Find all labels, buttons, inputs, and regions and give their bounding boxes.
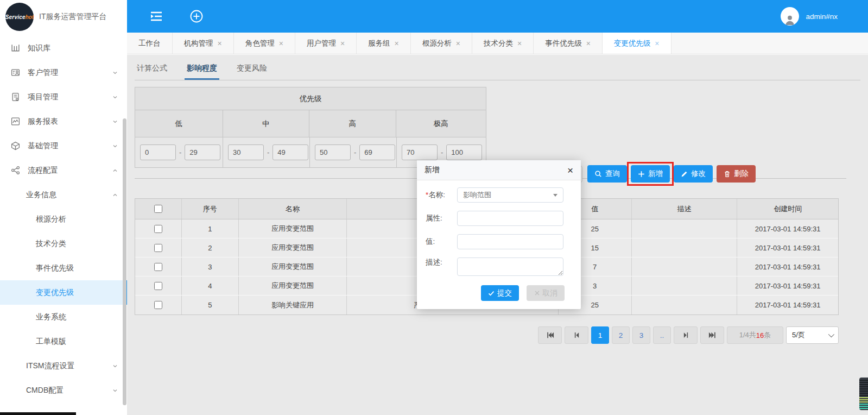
close-icon[interactable]: × xyxy=(517,39,522,48)
cell-desc xyxy=(632,257,738,276)
dialog-footer: 提交 取消 xyxy=(417,284,581,309)
top-header: admin#nx xyxy=(127,0,868,33)
sidebar-item-root-cause[interactable]: 根源分析 xyxy=(0,207,127,231)
col-seq: 序号 xyxy=(182,199,239,219)
close-icon[interactable]: × xyxy=(456,39,460,48)
high-max-input[interactable] xyxy=(359,144,395,160)
high-min-input[interactable] xyxy=(315,144,351,160)
sidebar-item-process-config[interactable]: 流程配置 xyxy=(0,158,127,183)
subtab-change-risk[interactable]: 变更风险 xyxy=(235,60,269,80)
sidebar-item-business-info[interactable]: 业务信息 xyxy=(0,183,127,207)
customer-icon xyxy=(11,68,21,78)
page-button-3[interactable]: 3 xyxy=(632,326,650,344)
cell-name: 影响关键应用 xyxy=(239,295,347,315)
row-checkbox[interactable] xyxy=(154,282,162,290)
name-select[interactable]: 影响范围 xyxy=(457,187,563,203)
row-checkbox[interactable] xyxy=(154,263,162,271)
tab-tech-category[interactable]: 技术分类 × xyxy=(472,33,534,54)
sidebar-item-ticket-template[interactable]: 工单模版 xyxy=(0,329,127,354)
cube-icon xyxy=(11,141,21,151)
tab-label: 工作台 xyxy=(138,39,161,48)
add-dialog: 新增 × *名称: 影响范围 属性: 值: xyxy=(417,160,581,309)
tab-change-priority[interactable]: 变更优先级 × xyxy=(603,33,671,54)
select-all-checkbox[interactable] xyxy=(154,205,162,213)
close-icon[interactable]: × xyxy=(586,39,591,48)
sidebar-item-business-system[interactable]: 业务系统 xyxy=(0,305,127,329)
level-medium: 中 xyxy=(223,110,310,137)
add-tab-icon[interactable] xyxy=(189,9,204,23)
close-icon[interactable]: × xyxy=(218,39,222,48)
sidebar-item-change-priority[interactable]: 变更优先级 xyxy=(0,280,127,305)
medium-max-input[interactable] xyxy=(273,144,308,160)
attr-input[interactable] xyxy=(457,211,563,226)
tab-workbench[interactable]: 工作台 xyxy=(127,33,173,54)
value-input[interactable] xyxy=(457,234,563,249)
sidebar: Servicehot IT服务运营管理平台 知识库 客户管理 xyxy=(0,0,127,415)
tab-service-group[interactable]: 服务组 × xyxy=(357,33,411,54)
sidebar-item-knowledge-base[interactable]: 知识库 xyxy=(0,36,127,60)
next-page-button[interactable] xyxy=(674,326,698,344)
subtab-calc-formula[interactable]: 计算公式 xyxy=(135,60,169,80)
desc-textarea[interactable] xyxy=(457,257,563,276)
chart-icon xyxy=(11,117,21,127)
tab-org-mgmt[interactable]: 机构管理 × xyxy=(173,33,234,54)
page-button-2[interactable]: 2 xyxy=(612,326,630,344)
close-icon[interactable]: × xyxy=(655,39,659,48)
range-cell-high: - xyxy=(310,137,397,167)
close-icon[interactable]: × xyxy=(395,39,399,48)
sidebar-item-label: 基础管理 xyxy=(28,141,58,151)
sidebar-item-label: 技术分类 xyxy=(36,239,66,249)
medium-min-input[interactable] xyxy=(228,144,264,160)
row-checkbox[interactable] xyxy=(154,301,162,309)
page-ellipsis[interactable]: .. xyxy=(653,326,671,344)
priority-level-header: 低 中 高 极高 xyxy=(135,110,486,137)
prev-page-button[interactable] xyxy=(565,326,588,344)
tab-label: 根源分析 xyxy=(422,39,452,48)
sidebar-item-project-mgmt[interactable]: 项目管理 xyxy=(0,85,127,109)
cancel-button[interactable]: 取消 xyxy=(527,285,565,301)
delete-button[interactable]: 删除 xyxy=(717,165,756,183)
low-max-input[interactable] xyxy=(185,144,220,160)
tab-incident-priority[interactable]: 事件优先级 × xyxy=(534,33,603,54)
edit-button[interactable]: 修改 xyxy=(674,165,713,183)
close-icon[interactable]: × xyxy=(279,39,283,48)
select-all-cell xyxy=(135,199,182,219)
subtab-impact-degree[interactable]: 影响程度 xyxy=(185,60,219,80)
row-select-cell xyxy=(135,219,182,238)
sidebar-item-base-mgmt[interactable]: 基础管理 xyxy=(0,134,127,158)
chevron-down-icon xyxy=(828,331,834,337)
sidebar-item-customer-mgmt[interactable]: 客户管理 xyxy=(0,60,127,85)
priority-range-table: 优先级 低 中 高 极高 - - xyxy=(135,87,486,168)
tab-user-mgmt[interactable]: 用户管理 × xyxy=(295,33,357,54)
field-row-desc: 描述: xyxy=(426,257,572,276)
sidebar-scrollbar[interactable] xyxy=(123,118,126,405)
user-menu[interactable]: admin#nx xyxy=(781,7,838,26)
tab-root-cause[interactable]: 根源分析 × xyxy=(411,33,472,54)
add-button[interactable]: 新增 xyxy=(631,165,670,183)
critical-min-input[interactable] xyxy=(402,144,438,160)
sidebar-item-cmdb-config[interactable]: CMDB配置 xyxy=(0,378,127,403)
query-button-label: 查询 xyxy=(605,169,620,179)
page-size-select[interactable]: 5/页 xyxy=(786,326,839,344)
close-icon[interactable]: × xyxy=(340,39,345,48)
chevron-down-icon xyxy=(112,70,118,76)
last-page-button[interactable] xyxy=(700,326,724,344)
low-min-input[interactable] xyxy=(140,144,176,160)
sidebar-item-incident-priority[interactable]: 事件优先级 xyxy=(0,256,127,280)
collapse-menu-icon[interactable] xyxy=(149,10,163,22)
row-select-cell xyxy=(135,276,182,295)
submit-button[interactable]: 提交 xyxy=(481,285,519,301)
sidebar-item-itsm-flow-settings[interactable]: ITSM流程设置 xyxy=(0,354,127,378)
page-button-1[interactable]: 1 xyxy=(591,326,609,344)
critical-max-input[interactable] xyxy=(446,144,482,160)
query-button[interactable]: 查询 xyxy=(587,165,627,183)
row-checkbox[interactable] xyxy=(154,244,162,252)
sidebar-item-service-report[interactable]: 服务报表 xyxy=(0,109,127,134)
tab-role-mgmt[interactable]: 角色管理 × xyxy=(234,33,295,54)
tab-bar: 工作台 机构管理 × 角色管理 × 用户管理 × 服务组 × 根源分析 × xyxy=(127,33,868,54)
sidebar-item-tech-category[interactable]: 技术分类 xyxy=(0,231,127,256)
row-checkbox[interactable] xyxy=(154,225,162,233)
range-separator: - xyxy=(267,148,269,156)
dialog-close-icon[interactable]: × xyxy=(567,165,573,175)
first-page-button[interactable] xyxy=(538,326,562,344)
